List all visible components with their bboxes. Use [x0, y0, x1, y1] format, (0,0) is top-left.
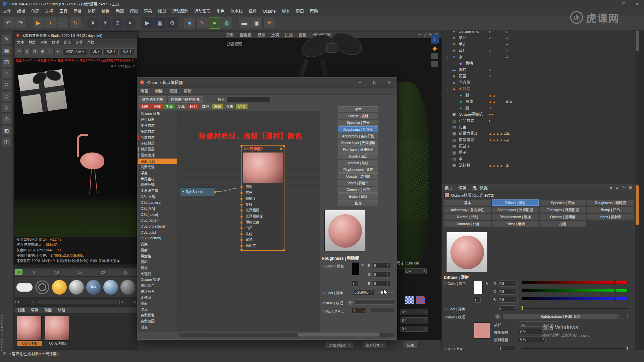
menu-item[interactable]: 编辑 [14, 7, 28, 15]
texture-tag-icons[interactable]: ▪▪ [505, 35, 508, 41]
material-item[interactable]: Oct光泽度 [17, 316, 42, 346]
channel-tab[interactable]: Displacement | 置换 [492, 214, 539, 220]
node-type-item[interactable]: 投射 [138, 247, 177, 253]
node-type-item[interactable]: 烘焙纹理 [138, 182, 177, 188]
port-dot-icon[interactable] [240, 233, 243, 236]
node-type-item[interactable]: 高斯光谱 [138, 164, 177, 170]
b-spinner[interactable]: 0⇕ [373, 281, 390, 287]
node-type-item[interactable]: 毛发材质 [138, 135, 177, 141]
object-tree-row[interactable]: ■ 立方体 ∶ ✓ [442, 79, 639, 86]
enabled-check-icon[interactable]: ✓ [489, 67, 491, 73]
node-category-tab[interactable]: 生成 [163, 104, 175, 109]
node-type-item[interactable]: 峰状分布 [138, 289, 177, 295]
model-mode-icon[interactable]: ▦ [2, 46, 12, 56]
menu-item[interactable]: 动画 [113, 7, 127, 15]
node-input-port[interactable]: 粗糙度 [241, 196, 284, 202]
g-value-spinner[interactable]: 0.9⇕ [498, 289, 518, 295]
channel-button[interactable]: 指定 [338, 200, 378, 206]
object-tree-row[interactable]: ● 身体 ∶ ▲▲ ▦◪ [442, 99, 639, 105]
object-tree-row[interactable]: ▤ 帽子 ∶ [442, 149, 639, 156]
node-type-item[interactable]: 变换 [138, 241, 177, 247]
texture-icon-blue[interactable] [405, 296, 414, 304]
visibility-dots[interactable]: ∶ [481, 156, 482, 162]
menu-item[interactable]: 选择 [42, 7, 56, 15]
frame-spinner[interactable]: 0 F⇕ [405, 268, 427, 274]
instance-icon[interactable]: ◍ [221, 17, 233, 29]
preset-sphere-gray[interactable] [69, 280, 84, 295]
visibility-dots[interactable]: ∶ [481, 73, 482, 79]
node-type-item[interactable]: OSL[vectron] [138, 235, 177, 241]
octane-export-icon[interactable]: ⇩ [431, 35, 439, 44]
channel-button[interactable]: Specular | 高光 [338, 120, 378, 126]
menu-item[interactable]: 雕刻 [155, 7, 169, 15]
expand-color-button[interactable]: ▸ [474, 297, 481, 303]
frame-range-slider[interactable] [36, 300, 118, 304]
enabled-check-icon[interactable]: ✓ [489, 60, 491, 67]
menu-item[interactable]: 窗口 [293, 7, 307, 15]
dialog-menu-item[interactable]: 视图 [166, 87, 180, 95]
node-graph-canvas[interactable]: 新建材质球，调整【漫射】颜色 ▼ RgbSpectru Oct光泽度2 漫射 [177, 111, 320, 331]
timeline-playhead[interactable]: 0 [15, 269, 22, 275]
apply-button[interactable]: 应用 [405, 342, 417, 348]
mirror-icon[interactable]: ◫ [2, 137, 12, 147]
menu-item[interactable]: 脚本 [279, 7, 293, 15]
redo-icon[interactable]: ↷ [15, 17, 26, 29]
color-picker-icon[interactable]: ✎ [361, 263, 364, 267]
g-gradient-slider[interactable] [522, 289, 628, 292]
texture-expand-icon[interactable]: ▸ [348, 300, 353, 305]
visibility-dots[interactable]: ∶ [481, 48, 482, 54]
dialog-menu-item[interactable]: 编辑 [137, 87, 152, 95]
texture-mode-icon[interactable]: ▨ [2, 57, 12, 67]
node-category-tab[interactable]: 发光 [212, 104, 223, 109]
enabled-check-icon[interactable]: ✓ [489, 41, 491, 48]
roughness-color-swatch[interactable] [352, 262, 359, 275]
texture-tag-icons[interactable]: ▪▪ [505, 54, 508, 60]
roughness-float-spinner[interactable]: 0.258065⇕ [353, 289, 374, 295]
r-value-spinner[interactable]: 0.9⇕ [498, 281, 518, 287]
object-tree-row[interactable]: ◆ 置换 ∶ ✓ [442, 60, 639, 67]
anim-dot-icon[interactable] [444, 282, 446, 285]
channel-button[interactable]: Film layer | 薄膜图层 [338, 146, 378, 153]
node-input-port[interactable]: 透明度 [241, 243, 284, 249]
rotation-spinner[interactable]: 0 °⇕ [400, 326, 428, 332]
port-dot-icon[interactable] [240, 197, 243, 200]
visibility-dots[interactable]: ∶ [481, 111, 482, 118]
node-category-tab[interactable]: 材质 [139, 104, 151, 109]
port-dot-icon[interactable] [240, 186, 243, 188]
enabled-check-icon[interactable]: ✓ [489, 35, 491, 41]
channel-tab[interactable]: Sheen layer | 光泽图层 [492, 206, 539, 213]
channel-tab[interactable]: Normal | 法线 [444, 214, 491, 220]
node-type-item[interactable]: OSL[camera] [138, 200, 177, 206]
snap-icon[interactable]: ◎ [2, 114, 12, 124]
menu-item[interactable]: 帮助 [307, 7, 321, 15]
search-input[interactable] [226, 97, 271, 102]
node-input-port[interactable]: 薄膜宽度 [241, 220, 284, 226]
cube-primitive-icon[interactable]: ■ [184, 17, 196, 29]
attribute-menu-item[interactable]: 编辑 [455, 185, 469, 190]
mix-spinner[interactable]: 1.⇕ [352, 308, 367, 314]
object-tree-row[interactable]: ▤ 礼盒 ∶ [442, 124, 639, 130]
float-slider[interactable] [522, 308, 628, 309]
render-view-icon[interactable]: ▶ [142, 17, 153, 29]
channel-tab[interactable]: Common | 公用 [444, 221, 491, 227]
menu-item[interactable]: 运动跟踪 [169, 7, 191, 15]
dialog-horizontal-scrollbar[interactable] [179, 333, 395, 337]
channel-button[interactable]: Normal | 法线 [338, 160, 378, 166]
viewer-menu-item[interactable]: 帮助 [85, 39, 97, 45]
preset-sphere-dark[interactable] [120, 280, 135, 295]
channel-tab[interactable]: 基本 [444, 199, 491, 206]
anim-dot-icon[interactable] [322, 265, 324, 267]
octane-tool-icon[interactable] [431, 61, 438, 67]
coord-system-icon[interactable]: ⌖ [124, 17, 136, 29]
current-frame-spinner[interactable]: 0 F⇕ [14, 299, 35, 305]
texture-link-field[interactable]: RgbSpectrum | RGB 光谱 [503, 314, 618, 319]
node-type-item[interactable]: 子级材质 [138, 140, 177, 146]
float-value-spinner[interactable]: 0⇕ [498, 305, 518, 311]
region-render-icon[interactable]: R [31, 48, 38, 55]
port-dot-icon[interactable] [240, 245, 243, 247]
material-menu-item[interactable]: 编辑 [28, 307, 41, 313]
texture-preview-swatch[interactable] [474, 322, 490, 339]
menu-item[interactable]: 角色 [213, 7, 227, 15]
node-type-item[interactable]: 随机颜色 [138, 283, 177, 289]
material-thumbnail[interactable] [45, 316, 70, 341]
